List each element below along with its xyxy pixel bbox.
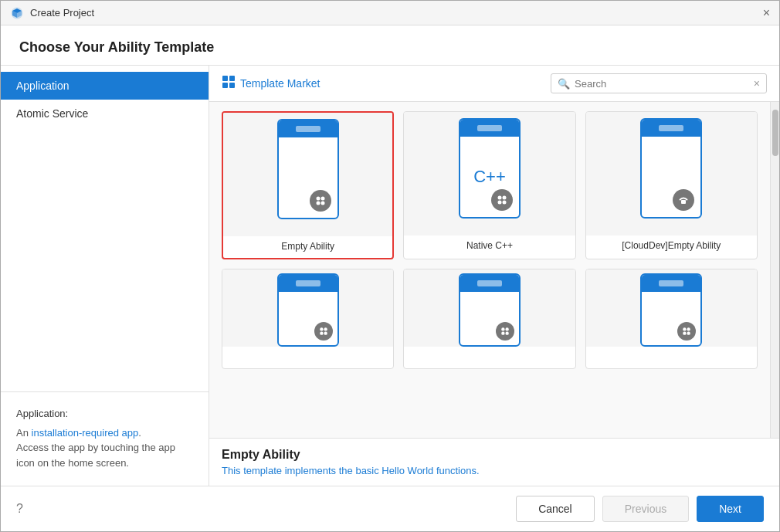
sidebar-item-atomic-service[interactable]: Atomic Service <box>1 100 209 127</box>
svg-point-20 <box>501 331 504 334</box>
phone-fab-2 <box>491 189 513 211</box>
card-preview-clouddev-empty <box>586 112 757 236</box>
svg-point-19 <box>505 327 508 330</box>
svg-point-17 <box>324 331 327 334</box>
phone-status-inner-3 <box>659 125 683 131</box>
svg-rect-1 <box>222 76 228 81</box>
svg-point-10 <box>502 196 506 200</box>
template-card-clouddev-empty[interactable]: [CloudDev]Empty Ability <box>585 111 758 259</box>
phone-mockup-1 <box>277 119 339 219</box>
sidebar: Application Atomic Service Application: … <box>1 66 209 486</box>
svg-point-9 <box>497 196 501 200</box>
scrollbar[interactable] <box>770 102 779 438</box>
template-card-4[interactable] <box>222 269 394 369</box>
dialog-body: Application Atomic Service Application: … <box>1 66 779 486</box>
svg-point-7 <box>316 202 320 205</box>
phone-status-inner-2 <box>477 125 502 131</box>
svg-point-25 <box>687 331 690 334</box>
footer-buttons: Cancel Previous Next <box>516 496 764 522</box>
sidebar-desc-text: An installation-required app. Access the… <box>16 425 193 471</box>
svg-point-11 <box>497 201 501 205</box>
phone-fab-1 <box>310 190 331 212</box>
svg-point-16 <box>320 331 323 334</box>
main-toolbar: Template Market 🔍 × <box>209 66 779 102</box>
template-card-5[interactable] <box>403 269 575 369</box>
sidebar-desc-link: installation-required app <box>32 427 139 439</box>
fab-icon-2 <box>496 194 508 206</box>
svg-point-22 <box>683 327 687 330</box>
svg-point-15 <box>324 327 327 330</box>
card-preview-6 <box>586 269 757 347</box>
svg-rect-3 <box>222 83 228 88</box>
search-box[interactable]: 🔍 × <box>551 73 767 93</box>
fab-icon-5 <box>500 326 510 337</box>
svg-point-18 <box>501 327 504 330</box>
search-clear-icon[interactable]: × <box>754 77 760 90</box>
dialog-title: Choose Your Ability Template <box>19 39 761 56</box>
market-icon-svg <box>222 75 236 89</box>
cpp-label: C++ <box>473 167 506 187</box>
phone-status-inner-5 <box>477 280 502 286</box>
phone-mockup-6 <box>640 273 702 347</box>
app-logo-icon <box>10 6 24 20</box>
template-card-empty-ability[interactable]: Empty Ability <box>222 111 394 259</box>
templates-grid: Empty Ability C++ <box>209 102 770 438</box>
scrollbar-thumb[interactable] <box>772 110 778 156</box>
svg-rect-4 <box>229 83 235 88</box>
templates-area: Empty Ability C++ <box>209 102 779 438</box>
sidebar-description: Application: An installation-required ap… <box>1 391 209 486</box>
svg-point-5 <box>316 197 320 201</box>
svg-point-12 <box>502 201 506 205</box>
card-name-empty-ability: Empty Ability <box>278 241 337 252</box>
selected-template-desc: This template implements the basic Hello… <box>222 465 767 476</box>
card-name-native-cpp: Native C++ <box>463 240 516 251</box>
title-bar: Create Project × <box>1 1 779 25</box>
fab-icon-3 <box>677 194 690 206</box>
phone-fab-5 <box>496 322 514 341</box>
card-preview-native-cpp: C++ <box>404 112 575 236</box>
svg-point-21 <box>505 331 508 334</box>
fab-icon-6 <box>681 326 692 337</box>
template-card-native-cpp[interactable]: C++ <box>403 111 575 259</box>
phone-status-bar-4 <box>279 275 337 292</box>
fab-icon-4 <box>318 326 329 337</box>
close-button[interactable]: × <box>763 7 770 19</box>
previous-button[interactable]: Previous <box>602 496 689 522</box>
template-card-6[interactable] <box>585 269 758 369</box>
next-button[interactable]: Next <box>697 496 764 522</box>
phone-status-bar-6 <box>642 275 700 292</box>
phone-status-inner-1 <box>296 126 320 132</box>
card-preview-4 <box>222 269 393 347</box>
svg-point-8 <box>320 202 324 205</box>
sidebar-item-application[interactable]: Application <box>1 72 209 100</box>
svg-point-23 <box>687 327 690 330</box>
sidebar-desc-title: Application: <box>16 408 193 419</box>
card-preview-empty-ability <box>223 113 392 236</box>
svg-point-6 <box>320 197 324 201</box>
search-input[interactable] <box>575 78 754 90</box>
dialog-header: Choose Your Ability Template <box>1 25 779 66</box>
template-market-icon <box>222 75 236 92</box>
help-icon[interactable]: ? <box>16 502 23 516</box>
search-icon: 🔍 <box>558 78 570 90</box>
phone-status-bar-5 <box>460 275 519 292</box>
phone-mockup-2: C++ <box>459 118 521 219</box>
svg-point-24 <box>683 331 687 334</box>
card-preview-5 <box>404 269 575 347</box>
main-content: Template Market 🔍 × <box>209 66 779 486</box>
phone-status-bar-3 <box>642 120 700 137</box>
phone-status-inner-6 <box>659 280 683 286</box>
cancel-button[interactable]: Cancel <box>516 496 595 522</box>
fab-icon-1 <box>314 195 327 207</box>
phone-mockup-5 <box>459 273 521 347</box>
template-market-button[interactable]: Template Market <box>222 75 320 92</box>
svg-rect-13 <box>681 200 686 204</box>
phone-mockup-3 <box>640 118 702 219</box>
template-market-label: Template Market <box>240 77 320 90</box>
phone-fab-4 <box>314 322 333 341</box>
phone-status-inner-4 <box>296 280 320 286</box>
dialog-window: Create Project × Choose Your Ability Tem… <box>0 0 780 532</box>
phone-status-bar-1 <box>279 120 337 137</box>
dialog-footer: ? Cancel Previous Next <box>1 486 779 531</box>
phone-status-bar-2 <box>460 120 519 137</box>
